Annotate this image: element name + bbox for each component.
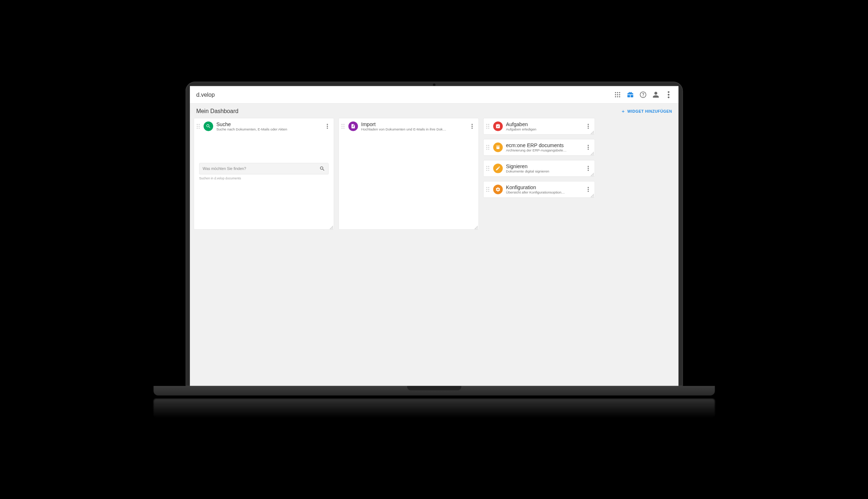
widget-title: Konfiguration (506, 184, 582, 190)
gift-icon[interactable] (627, 91, 634, 98)
drag-handle-icon[interactable] (341, 123, 345, 129)
drag-handle-icon[interactable] (485, 186, 490, 192)
search-input[interactable] (203, 166, 319, 171)
widget-title: Signieren (506, 163, 582, 169)
widget-erp: ecm:one ERP documents Archivierung der E… (483, 139, 595, 155)
top-bar: d.velop (190, 86, 678, 103)
add-widget-button[interactable]: + WIDGET HINZUFÜGEN (622, 108, 672, 114)
dashboard-grid: Suche Suche nach Dokumenten, E-Mails ode… (190, 118, 678, 236)
resize-handle-icon[interactable] (474, 225, 478, 229)
widget-header: Import Hochladen von Dokumenten und E-Ma… (339, 118, 478, 134)
laptop-lid: d.velop Mein Dashboard + WIDGET HINZUFÜG… (185, 82, 683, 386)
dashboard-column: Aufgaben Aufgaben erledigen ecm (483, 118, 595, 229)
search-field[interactable] (199, 163, 328, 174)
widget-header: Suche Suche nach Dokumenten, E-Mails ode… (194, 118, 333, 134)
magnifier-icon[interactable] (319, 166, 325, 171)
plus-icon: + (622, 108, 625, 114)
widget-menu-button[interactable] (585, 143, 591, 151)
search-hint: Suchen in d.velop documents (199, 176, 328, 180)
drag-handle-icon[interactable] (196, 123, 200, 129)
archive-icon (493, 142, 502, 152)
widget-tasks: Aufgaben Aufgaben erledigen (483, 118, 595, 134)
dashboard-column: Suche Suche nach Dokumenten, E-Mails ode… (194, 118, 334, 229)
widget-title: Import (361, 121, 466, 127)
apps-icon[interactable] (614, 91, 621, 98)
drag-handle-icon[interactable] (485, 165, 490, 171)
laptop-base (153, 386, 715, 395)
widget-subtitle: Aufgaben erledigen (506, 127, 582, 131)
widget-menu-button[interactable] (585, 186, 591, 193)
widget-body: Suchen in d.velop documents (194, 134, 333, 185)
laptop-mockup: d.velop Mein Dashboard + WIDGET HINZUFÜG… (185, 82, 683, 418)
widget-title: Aufgaben (506, 121, 582, 127)
widget-search: Suche Suche nach Dokumenten, E-Mails ode… (194, 118, 334, 229)
user-icon[interactable] (652, 91, 659, 98)
topbar-actions (614, 91, 672, 98)
resize-handle-icon[interactable] (590, 130, 594, 134)
widget-menu-button[interactable] (324, 122, 331, 130)
widget-title: ecm:one ERP documents (506, 142, 582, 148)
widget-config: Konfiguration Übersicht aller Konfigurat… (483, 181, 595, 197)
upload-icon (348, 121, 358, 131)
widget-title: Suche (216, 121, 321, 127)
widget-menu-button[interactable] (469, 122, 475, 130)
drag-handle-icon[interactable] (485, 123, 490, 129)
dashboard-header: Mein Dashboard + WIDGET HINZUFÜGEN (190, 103, 678, 118)
widget-subtitle: Übersicht aller Konfigurationsoption… (506, 190, 582, 194)
app-screen: d.velop Mein Dashboard + WIDGET HINZUFÜG… (190, 86, 678, 386)
brand-title: d.velop (196, 91, 215, 98)
help-icon[interactable] (639, 91, 646, 98)
widget-header: ecm:one ERP documents Archivierung der E… (483, 139, 594, 155)
dashboard-title: Mein Dashboard (196, 108, 238, 115)
drag-handle-icon[interactable] (485, 144, 490, 150)
widget-subtitle: Hochladen von Dokumenten und E-Mails in … (361, 127, 466, 131)
resize-handle-icon[interactable] (329, 225, 333, 229)
dashboard-column: Import Hochladen von Dokumenten und E-Ma… (339, 118, 479, 229)
tasks-icon (493, 121, 502, 131)
pen-icon (493, 163, 502, 173)
widget-header: Konfiguration Übersicht aller Konfigurat… (483, 181, 594, 197)
widget-subtitle: Archivierung der ERP-Ausgangsbele… (506, 148, 582, 152)
more-icon[interactable] (665, 91, 672, 98)
resize-handle-icon[interactable] (590, 193, 594, 197)
widget-import: Import Hochladen von Dokumenten und E-Ma… (339, 118, 479, 229)
resize-handle-icon[interactable] (590, 151, 594, 155)
laptop-camera (433, 83, 435, 86)
gear-icon (493, 184, 502, 194)
widget-menu-button[interactable] (585, 122, 591, 130)
laptop-notch (407, 386, 461, 390)
laptop-reflection (153, 398, 715, 417)
widget-subtitle: Suche nach Dokumenten, E-Mails oder Akte… (216, 127, 321, 131)
widget-sign: Signieren Dokumente digital signieren (483, 160, 595, 176)
widget-menu-button[interactable] (585, 165, 591, 172)
search-icon (203, 121, 213, 131)
widget-subtitle: Dokumente digital signieren (506, 169, 582, 173)
widget-header: Signieren Dokumente digital signieren (483, 160, 594, 176)
widget-header: Aufgaben Aufgaben erledigen (483, 118, 594, 134)
add-widget-label: WIDGET HINZUFÜGEN (627, 109, 672, 113)
resize-handle-icon[interactable] (590, 172, 594, 176)
